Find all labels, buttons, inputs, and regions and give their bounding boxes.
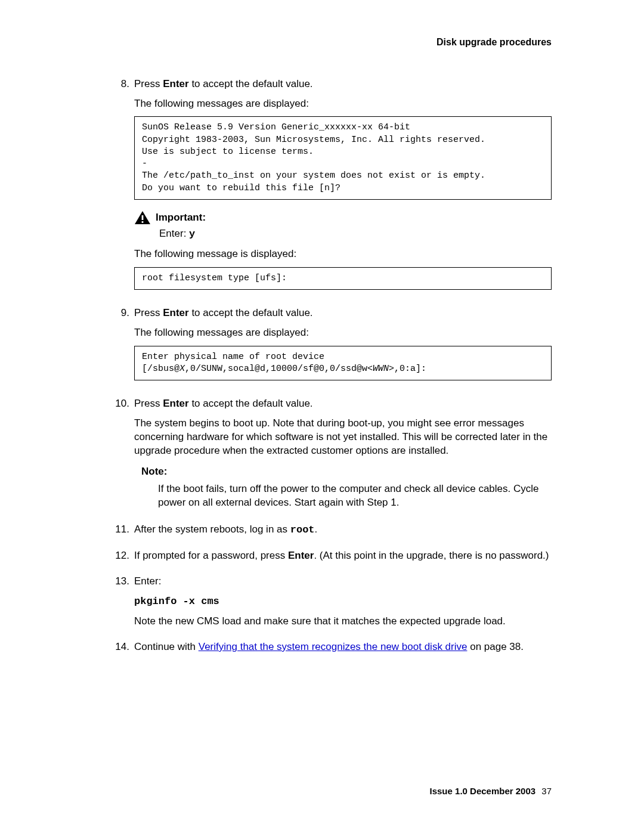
step-9-follow1: The following messages are displayed: bbox=[134, 326, 552, 340]
important-label: Important: bbox=[156, 211, 206, 225]
svg-rect-2 bbox=[142, 221, 144, 223]
running-header: Disk upgrade procedures bbox=[92, 36, 552, 49]
code-block-physname: Enter physical name of root device [/sbu… bbox=[134, 346, 552, 381]
step-body: Press Enter to accept the default value.… bbox=[134, 306, 552, 391]
step-number: 13. bbox=[92, 575, 134, 634]
step-10: 10. Press Enter to accept the default va… bbox=[92, 397, 552, 517]
step-number: 12. bbox=[92, 549, 134, 569]
step-8: 8. Press Enter to accept the default val… bbox=[92, 78, 552, 301]
step-8-follow2: The following message is displayed: bbox=[134, 247, 552, 261]
important-callout: Important: Enter: y bbox=[134, 210, 552, 241]
step-number: 11. bbox=[92, 523, 134, 543]
step-13: 13. Enter: pkginfo -x cms Note the new C… bbox=[92, 575, 552, 634]
step-9-line1: Press Enter to accept the default value. bbox=[134, 306, 552, 320]
step-13-cmd: pkginfo -x cms bbox=[134, 594, 552, 609]
step-9: 9. Press Enter to accept the default val… bbox=[92, 306, 552, 391]
page-number: 37 bbox=[541, 786, 552, 796]
step-body: Enter: pkginfo -x cms Note the new CMS l… bbox=[134, 575, 552, 634]
step-number: 9. bbox=[92, 306, 134, 391]
code-block-sunos: SunOS Release 5.9 Version Generic_xxxxxx… bbox=[134, 116, 552, 200]
step-number: 14. bbox=[92, 640, 134, 660]
note-title: Note: bbox=[141, 465, 552, 479]
step-number: 10. bbox=[92, 397, 134, 517]
step-11: 11. After the system reboots, log in as … bbox=[92, 523, 552, 543]
step-8-line1: Press Enter to accept the default value. bbox=[134, 78, 552, 91]
step-body: After the system reboots, log in as root… bbox=[134, 523, 552, 543]
step-14-line: Continue with Verifying that the system … bbox=[134, 640, 552, 654]
step-10-line1: Press Enter to accept the default value. bbox=[134, 397, 552, 411]
step-body: If prompted for a password, press Enter.… bbox=[134, 549, 552, 569]
important-body: Enter: y bbox=[159, 227, 552, 241]
step-10-para: The system begins to boot up. Note that … bbox=[134, 417, 552, 458]
note-body: If the boot fails, turn off the power to… bbox=[158, 482, 552, 510]
code-block-rootfs: root filesystem type [ufs]: bbox=[134, 267, 552, 290]
step-body: Press Enter to accept the default value.… bbox=[134, 397, 552, 517]
svg-rect-1 bbox=[142, 215, 144, 220]
step-12: 12. If prompted for a password, press En… bbox=[92, 549, 552, 569]
page: Disk upgrade procedures 8. Press Enter t… bbox=[0, 0, 644, 833]
warning-icon bbox=[134, 210, 151, 225]
step-11-line: After the system reboots, log in as root… bbox=[134, 523, 552, 537]
important-header: Important: bbox=[134, 210, 552, 225]
step-body: Press Enter to accept the default value.… bbox=[134, 78, 552, 301]
step-13-enter: Enter: bbox=[134, 575, 552, 589]
step-13-after: Note the new CMS load and make sure that… bbox=[134, 615, 552, 628]
step-14: 14. Continue with Verifying that the sys… bbox=[92, 640, 552, 660]
step-12-line: If prompted for a password, press Enter.… bbox=[134, 549, 552, 563]
issue-label: Issue 1.0 December 2003 bbox=[430, 786, 536, 796]
page-footer: Issue 1.0 December 2003 37 bbox=[430, 785, 552, 797]
note-block: Note: If the boot fails, turn off the po… bbox=[141, 465, 552, 510]
step-body: Continue with Verifying that the system … bbox=[134, 640, 552, 660]
verify-link[interactable]: Verifying that the system recognizes the… bbox=[199, 641, 467, 652]
step-8-follow1: The following messages are displayed: bbox=[134, 97, 552, 111]
step-number: 8. bbox=[92, 78, 134, 301]
